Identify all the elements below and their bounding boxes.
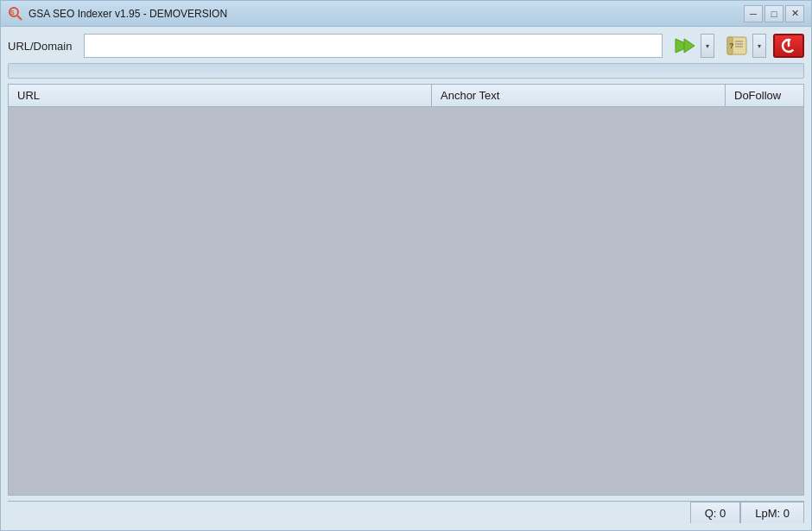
column-header-url: URL (9, 85, 432, 106)
lpm-value: 0 (783, 507, 790, 520)
forward-arrow-icon (672, 35, 698, 56)
go-dropdown-button[interactable]: ▾ (701, 34, 714, 58)
q-value: 0 (720, 507, 726, 520)
column-header-dofollow: DoFollow (726, 85, 803, 106)
title-bar: S GSA SEO Indexer v1.95 - DEMOVERSION ─ … (1, 1, 811, 27)
lpm-label: LpM: (755, 507, 780, 520)
window-controls: ─ □ ✕ (744, 5, 804, 22)
column-header-anchor: Anchor Text (432, 85, 726, 106)
status-bar: Q: 0 LpM: 0 (8, 501, 804, 523)
restore-button[interactable]: □ (764, 5, 783, 22)
help-button[interactable]: ? (721, 34, 752, 58)
minimize-button[interactable]: ─ (744, 5, 763, 22)
svg-text:?: ? (729, 41, 734, 50)
app-icon: S (8, 6, 23, 22)
q-label: Q: (705, 507, 717, 520)
svg-text:S: S (10, 9, 15, 16)
app-window: S GSA SEO Indexer v1.95 - DEMOVERSION ─ … (0, 0, 812, 531)
close-button[interactable]: ✕ (785, 5, 804, 22)
lpm-status: LpM: 0 (740, 502, 804, 523)
table-body (9, 107, 803, 495)
help-button-group: ? ▾ (721, 34, 766, 58)
window-title: GSA SEO Indexer v1.95 - DEMOVERSION (29, 8, 744, 20)
main-content: URL/Domain ▾ (1, 27, 811, 530)
url-label: URL/Domain (8, 40, 77, 53)
go-dropdown-arrow-icon: ▾ (706, 42, 709, 50)
help-icon: ? (724, 35, 750, 56)
table-header: URL Anchor Text DoFollow (9, 85, 803, 107)
progress-bar (8, 63, 804, 79)
svg-line-1 (17, 16, 22, 20)
go-button[interactable] (669, 34, 701, 58)
go-button-group: ▾ (669, 34, 714, 58)
results-table: URL Anchor Text DoFollow (8, 84, 804, 496)
help-dropdown-button[interactable]: ▾ (752, 34, 766, 58)
power-icon (780, 37, 797, 54)
url-input[interactable] (84, 34, 663, 58)
power-button[interactable] (773, 34, 804, 58)
help-dropdown-arrow-icon: ▾ (758, 42, 761, 50)
queue-status: Q: 0 (690, 502, 741, 523)
url-row: URL/Domain ▾ (8, 34, 804, 58)
svg-marker-4 (684, 39, 695, 53)
